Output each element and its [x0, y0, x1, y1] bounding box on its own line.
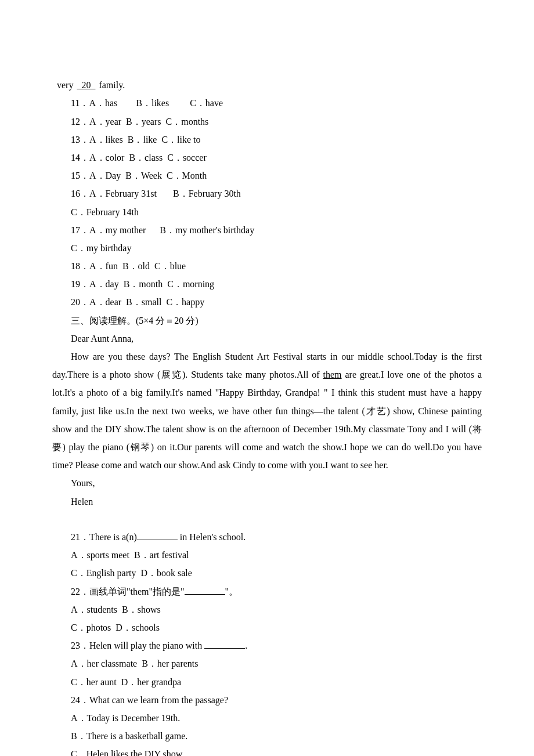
cloze-fragment-line: very 20 family.	[52, 58, 482, 94]
letter-greeting: Dear Aunt Anna,	[52, 330, 482, 348]
cloze-option-row: 14．A．color B．class C．soccer	[52, 149, 482, 167]
spacer	[52, 511, 482, 528]
reading-option-line: A．sports meet B．art festival	[52, 546, 482, 564]
letter-body: How are you these days? The English Stud…	[52, 348, 482, 474]
stem-pre: 23．Helen will play the piano with	[71, 641, 204, 650]
cloze-option-row: 13．A．likes B．like C．like to	[52, 131, 482, 149]
reading-question-stem: 24．What can we learn from the passage?	[52, 691, 482, 709]
reading-option-line: B．There is a basketball game.	[52, 727, 482, 745]
cloze-option-row: 11．A．has B．likes C．have	[52, 94, 482, 112]
stem-pre: 24．What can we learn from the passage?	[71, 695, 228, 705]
cloze-option-row: 16．A．February 31st B．February 30th	[52, 185, 482, 202]
letter-p1-post: are great.I love one of the photos a lot…	[52, 370, 482, 470]
frag-pre: very	[57, 80, 75, 90]
cloze-option-row: 17．A．my mother B．my mother's birthday	[52, 221, 482, 239]
reading-question-stem: 21．There is a(n) in Helen's school.	[52, 528, 482, 546]
reading-question-stem: 22．画线单词"them"指的是""。	[52, 583, 482, 601]
answer-blank[interactable]	[137, 531, 178, 540]
cloze-option-row: C．my birthday	[52, 239, 482, 257]
letter-p1-underline: them	[323, 370, 342, 379]
blank-20: 20	[75, 80, 96, 90]
frag-post: family.	[96, 80, 125, 90]
answer-blank[interactable]	[185, 585, 225, 594]
cloze-option-row: 12．A．year B．years C．months	[52, 113, 482, 131]
letter-closing-name: Helen	[52, 493, 482, 511]
reading-option-line: A．Today is December 19th.	[52, 709, 482, 727]
reading-option-line: A．her classmate B．her parents	[52, 654, 482, 672]
letter-closing-yours: Yours,	[52, 474, 482, 492]
cloze-option-row: 18．A．fun B．old C．blue	[52, 257, 482, 275]
stem-pre: 21．There is a(n)	[71, 532, 137, 542]
cloze-option-row: 19．A．day B．month C．morning	[52, 275, 482, 293]
section3-heading: 三、阅读理解。(5×4 分＝20 分)	[52, 312, 482, 330]
reading-option-line: C．Helen likes the DIY show.	[52, 745, 482, 756]
cloze-option-row: 20．A．dear B．small C．happy	[52, 293, 482, 311]
reading-option-line: C．English party D．book sale	[52, 564, 482, 582]
stem-post: "。	[225, 587, 239, 596]
cloze-option-row: 15．A．Day B．Week C．Month	[52, 167, 482, 185]
answer-blank[interactable]	[204, 640, 245, 649]
reading-question-stem: 23．Helen will play the piano with .	[52, 636, 482, 654]
reading-option-line: C．her aunt D．her grandpa	[52, 673, 482, 691]
reading-option-line: A．students B．shows	[52, 601, 482, 618]
stem-post: in Helen's school.	[178, 532, 246, 542]
cloze-options-block: 11．A．has B．likes C．have12．A．year B．years…	[52, 94, 482, 311]
stem-pre: 22．画线单词"them"指的是"	[71, 587, 185, 596]
stem-post: .	[245, 641, 247, 650]
cloze-option-row: C．February 14th	[52, 203, 482, 221]
reading-option-line: C．photos D．schools	[52, 618, 482, 636]
reading-questions-block: 21．There is a(n) in Helen's school.A．spo…	[52, 528, 482, 756]
